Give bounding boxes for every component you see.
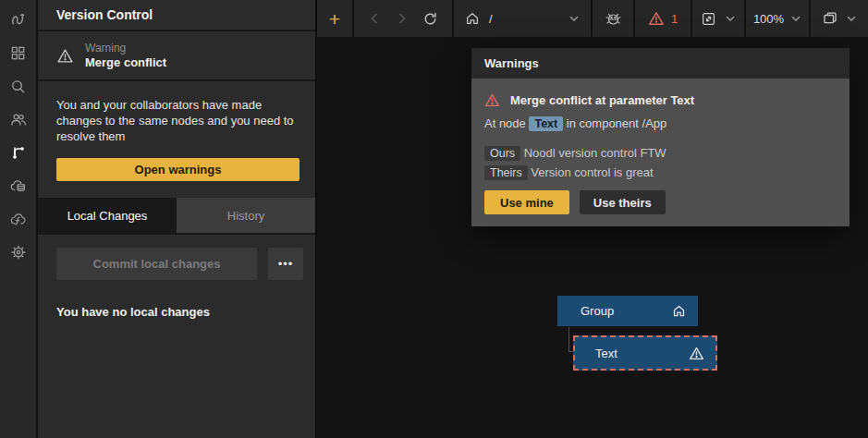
chevron-down-icon <box>725 13 736 24</box>
collaborators-icon[interactable] <box>0 103 37 136</box>
warning-icon <box>689 346 704 361</box>
chevron-down-icon <box>790 13 801 24</box>
panel-tabs: Local Changes History <box>38 198 315 235</box>
theirs-value: Version control is great <box>531 165 653 179</box>
settings-gear-icon[interactable] <box>0 236 37 269</box>
ours-badge: Ours <box>484 146 520 161</box>
node-label: Group <box>581 304 614 318</box>
commit-local-changes-button[interactable]: Commit local changes <box>56 248 257 280</box>
warnings-popup: Warnings Merge conflict at parameter Tex… <box>471 48 850 226</box>
component-path: / <box>489 12 493 26</box>
zoom-level-control[interactable]: 100% <box>746 0 811 37</box>
frames-icon <box>822 10 838 27</box>
zoom-level: 100% <box>753 12 784 26</box>
warnings-indicator[interactable]: 1 <box>635 0 692 37</box>
cloud-functions-icon[interactable] <box>0 202 37 236</box>
add-node-button[interactable]: + <box>329 9 340 29</box>
local-changes-body: Commit local changes ••• You have no loc… <box>38 235 315 319</box>
canvas-toolbar: + <box>317 0 868 37</box>
location-prefix: At node <box>484 116 526 130</box>
warning-summary-label: Warning <box>85 42 166 55</box>
refresh-button[interactable] <box>422 11 438 27</box>
node-group[interactable]: Group <box>557 296 698 326</box>
expand-icon <box>701 11 716 27</box>
node-name-badge[interactable]: Text <box>529 116 563 131</box>
open-warnings-button[interactable]: Open warnings <box>56 158 300 181</box>
more-options-button[interactable]: ••• <box>268 248 303 280</box>
cloud-services-icon[interactable] <box>0 169 37 202</box>
chevron-down-icon <box>846 13 857 24</box>
panel-title: Version Control <box>38 0 315 31</box>
theirs-badge: Theirs <box>484 165 528 180</box>
warning-summary-message: Merge conflict <box>85 55 166 69</box>
warning-triangle-icon <box>484 92 500 108</box>
warnings-popup-title: Warnings <box>471 48 850 79</box>
conflict-title: Merge conflict at parameter Text <box>510 93 694 107</box>
preview-size-control[interactable] <box>692 0 746 37</box>
no-local-changes-message: You have no local changes <box>56 305 303 319</box>
component-selector[interactable]: / <box>454 0 593 37</box>
use-theirs-button[interactable]: Use theirs <box>580 190 666 214</box>
warning-triangle-icon <box>648 10 665 27</box>
node-label: Text <box>595 347 617 360</box>
ours-value: Noodl version control FTW <box>524 146 666 160</box>
conflict-location: At node Text in component /App <box>484 116 837 130</box>
components-grid-icon[interactable] <box>0 36 37 69</box>
navigate-back-button[interactable] <box>368 12 381 25</box>
theirs-row: Theirs Version control is great <box>484 165 837 179</box>
home-icon <box>465 11 480 26</box>
frames-control[interactable] <box>811 0 868 37</box>
node-text-conflict[interactable]: Text <box>573 335 717 371</box>
ours-row: Ours Noodl version control FTW <box>484 146 837 160</box>
warning-icon <box>56 47 74 65</box>
debug-bug-button[interactable] <box>605 10 622 28</box>
noodl-logo-icon[interactable] <box>0 3 37 36</box>
chevron-down-icon <box>568 13 580 24</box>
app-window: Version Control Warning Merge conflict Y… <box>0 0 868 438</box>
warning-count: 1 <box>671 12 678 26</box>
search-icon[interactable] <box>0 69 37 103</box>
navigate-forward-button[interactable] <box>396 12 409 25</box>
main-area: + <box>317 0 868 438</box>
conflict-description: You and your collaborators have made cha… <box>56 97 300 144</box>
home-icon <box>672 304 686 318</box>
version-control-icon[interactable] <box>0 136 37 169</box>
conflict-description-section: You and your collaborators have made cha… <box>38 81 315 198</box>
tab-history[interactable]: History <box>177 198 315 233</box>
location-suffix: in component /App <box>567 116 666 130</box>
use-mine-button[interactable]: Use mine <box>484 190 569 214</box>
version-control-panel: Version Control Warning Merge conflict Y… <box>38 0 317 438</box>
icon-rail <box>0 0 38 438</box>
tab-local-changes[interactable]: Local Changes <box>38 198 177 233</box>
node-connector <box>568 327 569 351</box>
warning-summary: Warning Merge conflict <box>38 31 315 81</box>
